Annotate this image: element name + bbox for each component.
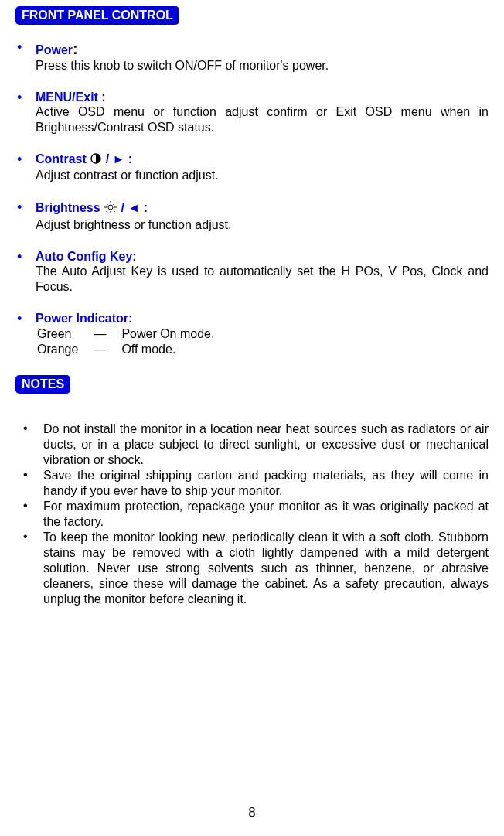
brightness-icon xyxy=(104,200,117,217)
item-menu-exit: • MENU/Exit : Active OSD menu or functio… xyxy=(15,90,489,135)
bullet-icon: • xyxy=(23,530,28,544)
item-power: • Power: Press this knob to switch ON/OF… xyxy=(15,40,489,73)
bullet-icon: • xyxy=(23,499,28,513)
notes-desc: Save the original shipping carton and pa… xyxy=(43,468,489,499)
indicator-row-green: Green — Power On mode. xyxy=(37,327,228,341)
notes-item: • Do not install the monitor in a locati… xyxy=(15,421,489,468)
item-desc: Adjust brightness or function adjust. xyxy=(36,217,489,233)
item-title: MENU/Exit : xyxy=(36,90,106,104)
section-title-notes: NOTES xyxy=(15,375,70,394)
notes-item: • To keep the monitor looking new, perio… xyxy=(15,530,489,607)
item-title: Power xyxy=(36,43,73,56)
indicator-table: Green — Power On mode. Orange — Off mode… xyxy=(36,326,230,358)
bullet-icon: • xyxy=(17,200,22,214)
notes-desc: Do not install the monitor in a location… xyxy=(43,421,489,468)
item-title: Auto Config Key: xyxy=(36,250,137,263)
indicator-row-orange: Orange — Off mode. xyxy=(37,343,228,357)
contrast-icon xyxy=(90,152,102,168)
bullet-icon: • xyxy=(17,312,22,326)
svg-line-8 xyxy=(107,210,108,212)
svg-line-6 xyxy=(107,203,108,205)
page-number: 8 xyxy=(0,805,504,821)
item-auto-config: • Auto Config Key: The Auto Adjust Key i… xyxy=(15,250,489,295)
bullet-icon: • xyxy=(17,152,22,166)
indicator-color: Green xyxy=(37,327,92,341)
bullet-icon: • xyxy=(17,90,22,104)
notes-desc: For maximum protection, repackage your m… xyxy=(43,499,489,530)
item-desc: Adjust contrast or function adjust. xyxy=(36,168,489,183)
indicator-color: Orange xyxy=(37,343,92,357)
item-contrast: • Contrast / ► : Adjust contrast or func… xyxy=(15,152,489,183)
item-desc: Press this knob to switch ON/OFF of moni… xyxy=(36,58,489,73)
section-title-front-panel: FRONT PANEL CONTROL xyxy=(15,6,179,25)
bullet-icon: • xyxy=(23,421,28,435)
notes-item: • Save the original shipping carton and … xyxy=(15,468,489,499)
item-brightness: • Brightness / ◄ : Adjust brightness or … xyxy=(15,200,489,233)
indicator-dash: — xyxy=(94,343,120,357)
indicator-mode: Power On mode. xyxy=(121,327,228,341)
item-desc: Active OSD menu or function adjust confi… xyxy=(36,104,489,135)
item-title-prefix: Contrast xyxy=(36,152,90,165)
svg-point-1 xyxy=(108,205,113,210)
svg-line-9 xyxy=(114,203,115,205)
indicator-mode: Off mode. xyxy=(121,343,228,357)
item-power-indicator: • Power Indicator: Green — Power On mode… xyxy=(15,312,489,358)
item-desc: The Auto Adjust Key is used to automatic… xyxy=(36,264,489,295)
bullet-icon: • xyxy=(17,250,22,264)
indicator-dash: — xyxy=(94,327,120,341)
svg-line-7 xyxy=(114,210,115,212)
colon: : xyxy=(73,40,78,57)
item-title-suffix: / ► : xyxy=(102,152,132,165)
notes-item: • For maximum protection, repackage your… xyxy=(15,499,489,530)
bullet-icon: • xyxy=(17,40,22,54)
bullet-icon: • xyxy=(23,468,28,482)
notes-desc: To keep the monitor looking new, periodi… xyxy=(43,530,489,607)
item-title: Power Indicator: xyxy=(36,312,132,325)
item-title-suffix: / ◄ : xyxy=(117,201,148,214)
item-title-prefix: Brightness xyxy=(36,201,104,214)
